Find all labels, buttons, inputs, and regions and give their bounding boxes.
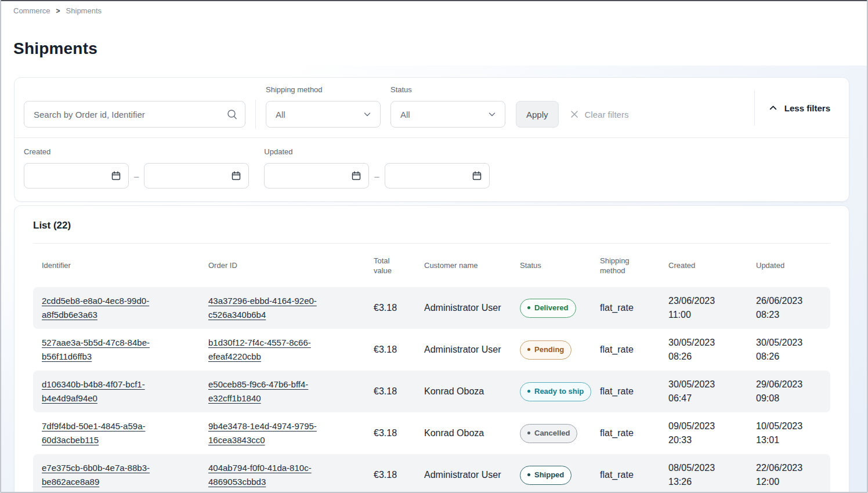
status-badge: Shipped	[520, 466, 572, 485]
customer-name: Konrad Oboza	[415, 385, 511, 398]
search-field	[24, 101, 245, 128]
order-id-link[interactable]: 43a37296-ebbd-4164-92e0-c526a340b6b4	[208, 296, 317, 320]
column-header: Customer name	[415, 260, 511, 270]
created-at: 30/05/2023 06:47	[660, 378, 747, 405]
column-header: Updated	[747, 260, 830, 270]
table-row: 527aae3a-5b5d-47c8-84be-b56f11d6ffb3 b1d…	[33, 329, 830, 371]
created-at: 09/05/2023 20:33	[660, 419, 747, 447]
order-id-link[interactable]: 9b4e3478-1e4d-4974-9795-16cea3843cc0	[208, 421, 317, 445]
column-header: Status	[511, 260, 591, 270]
total-value: €3.18	[365, 426, 415, 440]
shipping-method: flat_rate	[591, 426, 660, 440]
status-dot-icon	[527, 348, 530, 351]
updated-at: 26/06/2023 08:23	[747, 294, 830, 322]
clear-filters-button[interactable]: Clear filters	[569, 101, 629, 128]
shipping-method-label: Shipping method	[266, 85, 381, 94]
column-header: Created	[660, 260, 747, 270]
status-badge: Pending	[520, 340, 572, 360]
status-badge: Ready to ship	[520, 382, 591, 401]
identifier-link[interactable]: 7df9f4bd-50e1-4845-a59a-60d3acbeb115	[42, 421, 145, 445]
chevron-down-icon	[363, 110, 372, 119]
shipping-method-select[interactable]: All	[266, 101, 381, 128]
status-dot-icon	[527, 432, 530, 434]
status-badge-label: Ready to ship	[534, 385, 584, 398]
shipping-method: flat_rate	[591, 343, 660, 357]
total-value: €3.18	[365, 385, 415, 398]
filter-row-dates: Created –	[15, 138, 849, 201]
order-id-link[interactable]: 404ab794-f0f0-41da-810c-4869053cbbd3	[208, 463, 312, 487]
toggle-divider	[754, 90, 755, 126]
column-header: Identifier	[33, 260, 200, 270]
chevron-down-icon	[487, 110, 497, 119]
identifier-link[interactable]: 2cdd5eb8-e8a0-4ec8-99d0-a8f5db6e3a63	[42, 296, 149, 320]
total-value: €3.18	[365, 301, 415, 315]
content-area: Shipping method All Status All	[1, 66, 867, 492]
chevron-up-icon	[768, 103, 778, 113]
status-badge: Cancelled	[520, 424, 577, 443]
updated-at: 10/05/2023 13:01	[747, 419, 830, 447]
identifier-link[interactable]: 527aae3a-5b5d-47c8-84be-b56f11d6ffb3	[42, 338, 150, 361]
apply-button[interactable]: Apply	[516, 101, 559, 128]
filter-panel: Shipping method All Status All	[14, 77, 849, 202]
customer-name: Konrad Oboza	[415, 426, 511, 440]
status-label: Status	[390, 85, 505, 94]
table-row: d106340b-b4b8-4f07-bcf1-b4e4d9af94e0 e50…	[33, 371, 830, 412]
customer-name: Administrator User	[415, 468, 511, 482]
status-dot-icon	[527, 390, 530, 393]
table-header-row: IdentifierOrder IDTotal valueCustomer na…	[33, 244, 830, 287]
search-icon	[226, 108, 238, 120]
status-dot-icon	[527, 473, 530, 476]
created-from-field	[24, 163, 129, 188]
calendar-icon	[110, 170, 122, 182]
customer-name: Administrator User	[415, 301, 511, 315]
column-header: Shipping method	[591, 256, 660, 276]
calendar-icon	[350, 170, 362, 182]
clear-filters-label: Clear filters	[585, 110, 629, 119]
table-row: 7df9f4bd-50e1-4845-a59a-60d3acbeb115 9b4…	[33, 412, 830, 454]
date-range-dash: –	[374, 171, 379, 181]
page-title: Shipments	[13, 39, 855, 58]
identifier-link[interactable]: d106340b-b4b8-4f07-bcf1-b4e4d9af94e0	[42, 379, 145, 403]
date-range-dash: –	[134, 171, 139, 181]
less-filters-toggle[interactable]: Less filters	[768, 103, 830, 113]
search-input[interactable]	[24, 101, 245, 128]
status-badge-label: Pending	[534, 343, 564, 357]
shipments-list-panel: List (22) IdentifierOrder IDTotal valueC…	[14, 205, 849, 493]
breadcrumb-separator: >	[56, 7, 60, 15]
status-badge: Delivered	[520, 299, 576, 318]
calendar-icon	[230, 170, 242, 182]
table-row: e7e375cb-6b0b-4e7a-88b3-be862ace8a89 404…	[33, 454, 830, 493]
created-label: Created	[24, 147, 249, 156]
created-at: 30/05/2023 08:26	[660, 336, 747, 364]
total-value: €3.18	[365, 468, 415, 482]
status-dot-icon	[527, 306, 530, 309]
status-value: All	[400, 110, 410, 119]
updated-at: 22/06/2023 12:00	[747, 461, 830, 489]
table-body: 2cdd5eb8-e8a0-4ec8-99d0-a8f5db6e3a63 43a…	[33, 287, 830, 493]
filter-divider-vertical	[255, 100, 256, 129]
order-id-link[interactable]: b1d30f12-7f4c-4557-8c66-efeaf4220cbb	[208, 338, 311, 361]
updated-date-filter: Updated –	[264, 147, 489, 188]
updated-at: 29/06/2023 09:08	[747, 378, 830, 405]
shipping-method: flat_rate	[591, 301, 660, 315]
column-header: Total value	[365, 256, 415, 276]
updated-label: Updated	[264, 147, 489, 156]
total-value: €3.18	[365, 343, 415, 357]
customer-name: Administrator User	[415, 343, 511, 357]
shipping-method-value: All	[276, 110, 285, 119]
breadcrumb-item-shipments[interactable]: Shipments	[66, 6, 102, 15]
shipping-method: flat_rate	[591, 385, 660, 398]
identifier-link[interactable]: e7e375cb-6b0b-4e7a-88b3-be862ace8a89	[42, 463, 150, 487]
calendar-icon	[471, 170, 483, 182]
shipping-method-filter: Shipping method All	[266, 85, 381, 128]
breadcrumb: Commerce > Shipments	[1, 1, 867, 15]
status-filter: Status All	[390, 85, 505, 128]
status-badge-label: Delivered	[534, 301, 569, 315]
table-row: 2cdd5eb8-e8a0-4ec8-99d0-a8f5db6e3a63 43a…	[33, 287, 830, 329]
order-id-link[interactable]: e50ceb85-f9c6-47b6-bff4-e32cff1b1840	[208, 379, 308, 403]
column-header: Order ID	[200, 260, 365, 270]
updated-at: 30/05/2023 08:26	[747, 336, 830, 364]
status-select[interactable]: All	[390, 101, 505, 128]
breadcrumb-item-commerce[interactable]: Commerce	[13, 6, 50, 15]
list-heading: List (22)	[15, 206, 849, 243]
